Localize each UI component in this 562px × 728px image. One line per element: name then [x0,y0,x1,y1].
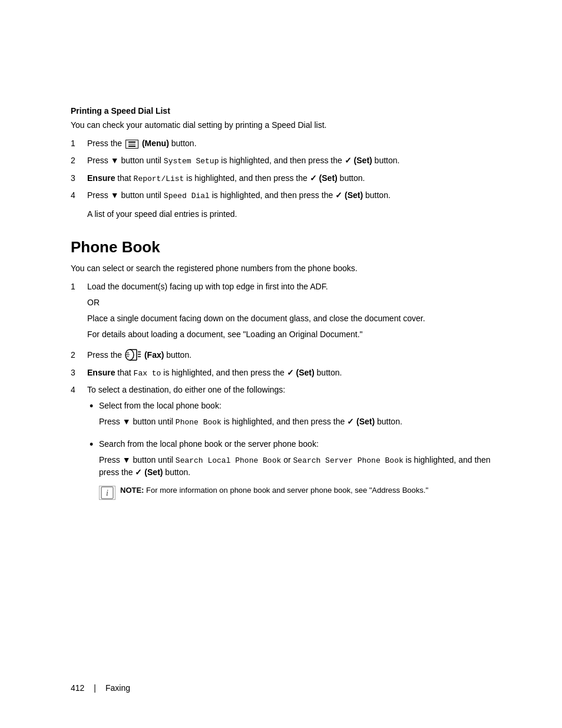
phone-book-intro: You can select or search the registered … [71,262,491,275]
note-text: NOTE: For more information on phone book… [120,485,428,496]
phone-book-section: Phone Book You can select or search the … [71,238,491,506]
phone-book-heading: Phone Book [71,238,491,256]
step-num-1: 1 [71,137,87,150]
pb-step-2-content: Press the [87,349,491,362]
note-label: NOTE: [120,486,144,495]
step-1-content: Press the (Menu) button. [87,137,491,150]
bullet-local-body: Press ▼ button until Phone Book is highl… [99,416,491,429]
check-set-3: ✓ (Set) [310,173,338,183]
arrow-down-4: ▼ [111,190,119,200]
note-svg: i [101,486,114,499]
phone-book-code: Phone Book [176,418,222,427]
step-1: 1 Press the (Menu) button. [71,137,491,150]
check-local: ✓ (Set) [347,417,375,426]
phone-book-steps: 1 Load the document(s) facing up with to… [71,281,491,506]
note-box: i NOTE: For more information on phone bo… [99,485,491,500]
footer-section: Faxing [105,683,130,693]
pb-step-num-1: 1 [71,281,87,293]
step-3-content: Ensure that Report/List is highlighted, … [87,172,491,185]
ensure-label-pb3: Ensure [87,368,115,377]
bullet-list: • Select from the local phone book: Pres… [87,400,491,500]
footer: 412 | Faxing [71,683,130,693]
check-set-2: ✓ (Set) [345,156,372,165]
footer-page: 412 [71,683,84,693]
fax-label: (Fax) [144,350,164,360]
printed-note: A list of your speed dial entries is pri… [87,208,491,220]
menu-icon [125,140,138,149]
bullet-dot-2: • [87,438,99,452]
bullet-local-label: Select from the local phone book: [99,400,491,412]
fax-icon [125,348,141,361]
search-server-code: Search Server Phone Book [293,456,404,465]
pb-step-1-details: For details about loading a document, se… [87,328,491,341]
bullet-search-body: Press ▼ button until Search Local Phone … [99,454,491,479]
note-icon: i [99,486,115,500]
bullet-dot-1: • [87,400,99,413]
pb-step-4: 4 To select a destination, do either one… [71,384,491,506]
ensure-label-3: Ensure [87,173,115,183]
check-search: ✓ (Set) [135,467,163,477]
bullet-search-label: Search from the local phone book or the … [99,438,491,450]
bullet-search-content: Search from the local phone book or the … [99,438,491,500]
speed-dial-steps: 1 Press the (Menu) button. 2 [71,137,491,202]
pb-step-num-2: 2 [71,349,87,361]
speed-dial-intro: You can check your automatic dial settin… [71,119,491,131]
check-set-pb3: ✓ (Set) [287,368,315,377]
pb-step-4-content: To select a destination, do either one o… [87,384,491,506]
pb-step-1-place: Place a single document facing down on t… [87,312,491,325]
arrow-down-2: ▼ [111,156,119,165]
step-4: 4 Press ▼ button until Speed Dial is hig… [71,189,491,202]
note-body: For more information on phone book and s… [146,486,428,495]
pb-step-num-4: 4 [71,384,87,396]
step-3: 3 Ensure that Report/List is highlighted… [71,172,491,185]
speed-dial-heading: Printing a Speed Dial List [71,106,491,116]
step-2: 2 Press ▼ button until System Setup is h… [71,154,491,167]
footer-separator: | [94,683,96,693]
fax-to-code: Fax to [134,369,161,378]
pb-step-1-load: Load the document(s) facing up with top … [87,281,491,293]
bullet-local-content: Select from the local phone book: Press … [99,400,491,432]
system-setup-code: System Setup [164,157,219,166]
pb-step-1-or: OR [87,297,491,309]
svg-text:i: i [106,489,108,498]
menu-label: (Menu) [142,139,169,148]
speed-dial-code: Speed Dial [164,192,210,200]
pb-step-1-content: Load the document(s) facing up with top … [87,281,491,344]
arrow-search: ▼ [123,455,131,465]
step-num-2: 2 [71,154,87,167]
step-num-4: 4 [71,189,87,202]
pb-step-3: 3 Ensure that Fax to is highlighted, and… [71,367,491,380]
step-2-content: Press ▼ button until System Setup is hig… [87,154,491,167]
menu-icon-lines [128,141,136,147]
bullet-local: • Select from the local phone book: Pres… [87,400,491,432]
page: Printing a Speed Dial List You can check… [0,0,562,728]
fax-svg [125,348,141,361]
arrow-local: ▼ [123,417,131,426]
pb-step-1: 1 Load the document(s) facing up with to… [71,281,491,344]
pb-step-2: 2 Press the [71,349,491,362]
step-num-3: 3 [71,172,87,185]
bullet-search: • Search from the local phone book or th… [87,438,491,500]
pb-step-3-content: Ensure that Fax to is highlighted, and t… [87,367,491,380]
pb-step-4-intro: To select a destination, do either one o… [87,384,491,396]
speed-dial-section: Printing a Speed Dial List You can check… [71,106,491,220]
pb-step-num-3: 3 [71,367,87,379]
step-4-content: Press ▼ button until Speed Dial is highl… [87,189,491,202]
search-local-code: Search Local Phone Book [176,456,281,465]
check-set-4: ✓ (Set) [335,190,363,200]
report-list-code: Report/List [134,174,184,183]
